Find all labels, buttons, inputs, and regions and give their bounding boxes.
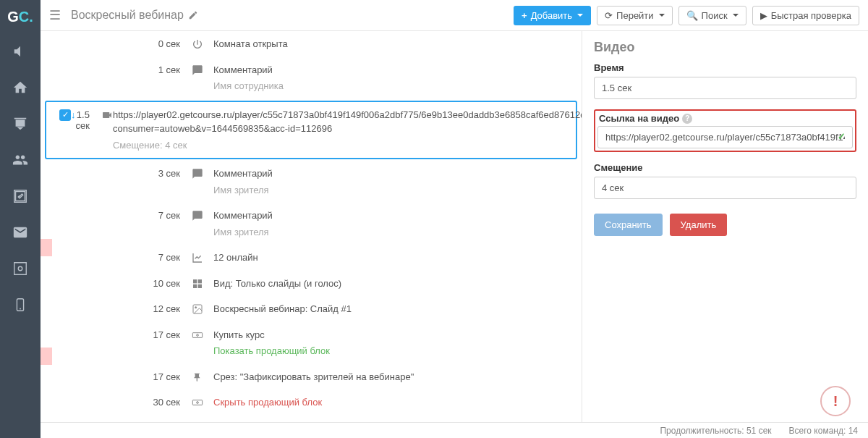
timeline-row[interactable]: 45 секВведение: Слайд #1 [41, 416, 582, 423]
pin-icon [192, 370, 213, 384]
row-content: Вид: Только слайды (и голос) [213, 277, 573, 291]
svg-rect-11 [192, 400, 202, 405]
timeline-row[interactable]: 10 секВид: Только слайды (и голос) [41, 271, 582, 297]
timeline: 0 секКомната открыта1 секКомментарийИмя … [41, 31, 582, 422]
menu-toggle[interactable]: ☰ [49, 7, 61, 23]
panel-title: Видео [594, 40, 856, 55]
page-title: Воскресный вебинар [71, 9, 198, 22]
volume-icon [12, 43, 28, 59]
logo[interactable]: GC. [0, 0, 41, 33]
svg-rect-3 [193, 279, 197, 283]
timeline-row[interactable]: 7 секКомментарийИмя зрителя [41, 203, 582, 245]
svg-rect-4 [198, 279, 202, 283]
time-label: Время [594, 62, 856, 73]
presentation-icon [12, 116, 28, 132]
row-content: https://player02.getcourse.ru/player/c55… [113, 108, 582, 153]
image-icon [192, 302, 213, 316]
svg-rect-6 [198, 284, 202, 287]
chart-icon [192, 250, 213, 265]
row-time: 17 сек [81, 370, 192, 384]
check-square-icon [12, 188, 28, 204]
row-content: Комната открыта [213, 37, 573, 51]
row-time: 1 сек [81, 63, 192, 93]
row-time: 3 сек [81, 167, 192, 197]
settings-icon [12, 261, 28, 277]
timeline-row[interactable]: 0 секКомната открыта [41, 31, 582, 57]
money-icon [192, 328, 213, 358]
time-input[interactable] [594, 77, 856, 99]
sidebar-item-mail[interactable] [0, 214, 41, 250]
row-content: Купить курсПоказать продающий блок [213, 328, 573, 358]
sidebar-item-home[interactable] [0, 70, 41, 106]
row-content: Воскресный вебинар: Слайд #1 [213, 302, 573, 316]
comment-icon [192, 167, 213, 197]
offset-label: Смещение [594, 162, 856, 173]
timeline-row[interactable]: 17 секКупить курсПоказать продающий блок [41, 322, 582, 364]
row-content: Срез: "Зафиксировать зрителей на вебинар… [213, 370, 573, 384]
commands-label: Всего команд: 14 [789, 426, 858, 436]
footer: Продолжительность: 51 сек Всего команд: … [41, 422, 868, 438]
timeline-row[interactable]: 12 секВоскресный вебинар: Слайд #1 [41, 296, 582, 322]
header: ☰ Воскресный вебинар + Добавить ⟳ Перейт… [41, 0, 868, 31]
search-button[interactable]: 🔍 Поиск [678, 6, 746, 25]
svg-point-12 [197, 402, 199, 404]
svg-rect-5 [193, 284, 197, 287]
timeline-row[interactable]: ✓↓1.5 секhttps://player02.getcourse.ru/p… [45, 101, 577, 160]
row-content: КомментарийИмя зрителя [213, 167, 573, 197]
row-time: 7 сек [81, 209, 192, 239]
video-link-label: Ссылка на видео? [597, 113, 853, 124]
row-time: 10 сек [81, 277, 192, 291]
sidebar-item-presentation[interactable] [0, 106, 41, 142]
video-icon [101, 108, 113, 153]
svg-rect-9 [192, 332, 202, 337]
detail-panel: Видео Время Ссылка на видео? Смещение Со… [582, 31, 868, 422]
timeline-row[interactable]: 3 секКомментарийИмя зрителя [41, 161, 582, 203]
svg-point-0 [18, 266, 22, 271]
red-marker [41, 239, 52, 256]
sidebar-item-check[interactable] [0, 178, 41, 214]
mobile-icon [12, 297, 28, 313]
offset-input[interactable] [594, 177, 856, 199]
duration-label: Продолжительность: 51 сек [660, 426, 771, 436]
svg-point-2 [20, 308, 21, 310]
users-icon [12, 152, 28, 168]
add-button[interactable]: + Добавить [514, 6, 591, 25]
svg-point-8 [195, 307, 197, 308]
sidebar-item-users[interactable] [0, 142, 41, 178]
red-marker [41, 348, 52, 365]
sidebar-item-settings[interactable] [0, 250, 41, 287]
row-content: КомментарийИмя сотрудника [213, 63, 573, 93]
timeline-row[interactable]: 1 секКомментарийИмя сотрудника [41, 57, 582, 99]
mail-icon [12, 224, 28, 240]
sidebar-item-volume[interactable] [0, 33, 41, 70]
comment-icon [192, 63, 213, 93]
power-icon [192, 37, 213, 51]
timeline-row[interactable]: 30 секСкрыть продающий блок [41, 389, 582, 416]
money-icon [192, 395, 213, 410]
row-content: 12 онлайн [213, 250, 573, 265]
row-content: Скрыть продающий блок [213, 395, 573, 410]
video-link-input[interactable] [597, 126, 853, 148]
row-time: 0 сек [81, 37, 192, 51]
timeline-row[interactable]: 7 сек12 онлайн [41, 245, 582, 271]
help-icon[interactable]: ? [682, 114, 692, 124]
video-link-group: Ссылка на видео? [594, 109, 856, 152]
delete-button[interactable]: Удалить [670, 214, 728, 236]
comment-icon [192, 209, 213, 239]
goto-button[interactable]: ⟳ Перейти [597, 6, 673, 25]
row-time: 7 сек [81, 250, 192, 265]
row-time: 1.5 сек [76, 108, 101, 153]
svg-point-10 [197, 334, 199, 336]
timeline-row[interactable]: 17 секСрез: "Зафиксировать зрителей на в… [41, 364, 582, 390]
warning-badge[interactable]: ! [820, 386, 851, 416]
row-time: 12 сек [81, 302, 192, 316]
row-time: 17 сек [81, 328, 192, 358]
row-content: КомментарийИмя зрителя [213, 209, 573, 239]
edit-icon[interactable] [188, 10, 198, 20]
checkbox-icon[interactable]: ✓ [59, 109, 71, 121]
quickcheck-button[interactable]: ▶ Быстрая проверка [752, 6, 859, 25]
sidebar-item-mobile[interactable] [0, 287, 41, 323]
home-icon [12, 80, 28, 96]
save-button[interactable]: Сохранить [594, 214, 663, 236]
row-time: 30 сек [81, 395, 192, 410]
